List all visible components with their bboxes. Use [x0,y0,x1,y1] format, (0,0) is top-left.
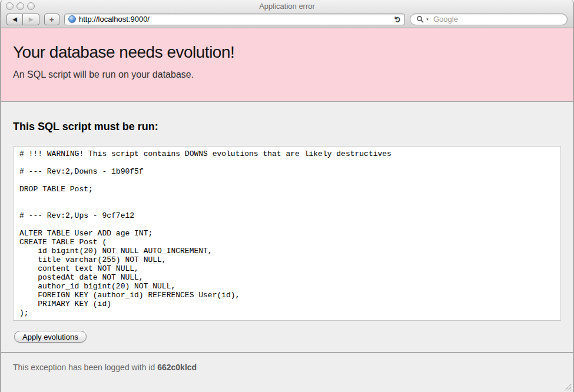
page-subtitle: An SQL script will be run on your databa… [13,69,561,80]
toolbar: ◀ ▶ + http://localhost:9000/ ↻ ▼ Google [1,12,573,28]
address-bar[interactable]: http://localhost:9000/ ↻ [64,14,405,25]
back-button[interactable]: ◀ [6,14,23,25]
url-text[interactable]: http://localhost:9000/ [79,15,391,24]
nav-buttons: ◀ ▶ [6,14,39,25]
titlebar[interactable]: Application error [1,0,573,12]
exception-log-message: This exception has been logged with id 6… [1,353,573,381]
site-globe-icon [68,15,76,23]
exception-message-prefix: This exception has been logged with id [13,363,157,372]
search-placeholder: Google [433,15,458,24]
search-options-caret-icon[interactable]: ▼ [426,18,429,21]
page-title: Your database needs evolution! [13,44,561,61]
forward-icon: ▶ [29,16,34,22]
exception-id: 662c0klcd [157,363,197,372]
zoom-window-button[interactable] [27,2,35,10]
window-title: Application error [1,2,573,11]
apply-evolutions-button[interactable]: Apply evolutions [14,331,87,343]
plus-icon: + [49,14,55,24]
browser-window: Application error ◀ ▶ + http://localhost… [0,0,574,392]
minimize-window-button[interactable] [16,2,24,10]
back-icon: ◀ [12,16,17,22]
reload-icon[interactable]: ↻ [393,16,402,23]
evolution-banner: Your database needs evolution! An SQL sc… [1,28,573,102]
resize-grip-icon[interactable] [563,382,572,391]
close-window-button[interactable] [6,2,14,10]
sql-script-block: # !!! WARNING! This script contains DOWN… [13,146,561,321]
search-icon [416,15,424,23]
sql-script-heading: This SQL script must be run: [13,121,561,133]
page-content: Your database needs evolution! An SQL sc… [1,28,573,392]
traffic-lights [6,2,35,10]
new-tab-button[interactable]: + [44,14,59,25]
search-field[interactable]: ▼ Google [410,14,568,25]
browser-chrome: Application error ◀ ▶ + http://localhost… [1,0,573,28]
forward-button[interactable]: ▶ [23,14,39,25]
